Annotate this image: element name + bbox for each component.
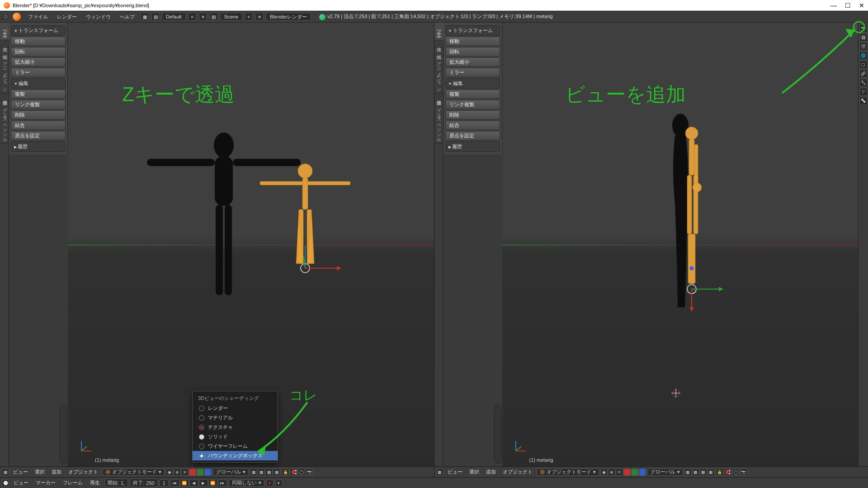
popup-item-rendered[interactable]: レンダー bbox=[193, 404, 278, 413]
scene-del-icon[interactable]: ✕ bbox=[255, 13, 264, 21]
scene-select[interactable]: Scene bbox=[220, 13, 242, 21]
render-preview-icon[interactable]: 📷 bbox=[306, 469, 313, 476]
tab-relations[interactable]: 関係 bbox=[434, 48, 443, 56]
layer-btn[interactable]: ▦ bbox=[258, 469, 265, 476]
split-corner-icon[interactable] bbox=[851, 23, 857, 30]
btn-mirror[interactable]: ミラー bbox=[11, 68, 66, 77]
btn-duplicate[interactable]: 複製 bbox=[445, 89, 500, 99]
lock-camera-icon[interactable]: 🔒 bbox=[282, 469, 289, 476]
prop-world-icon[interactable]: 🌐 bbox=[859, 52, 868, 60]
menu-help[interactable]: ヘルプ bbox=[116, 12, 138, 22]
prop-modifiers-icon[interactable]: 🔧 bbox=[859, 79, 868, 87]
screen-layout-select[interactable]: Default bbox=[162, 13, 186, 21]
btn-delete[interactable]: 削除 bbox=[11, 110, 66, 120]
axis-y-icon[interactable] bbox=[631, 469, 638, 476]
jump-start-icon[interactable]: ⏮ bbox=[170, 479, 179, 487]
tab-physics[interactable]: 物理演算 bbox=[434, 94, 443, 101]
btn-set-origin[interactable]: 原点を設定 bbox=[445, 131, 500, 141]
editor-type-timeline-icon[interactable]: 🕐 bbox=[2, 479, 9, 487]
tl-view[interactable]: ビュー bbox=[11, 479, 31, 487]
shading-icon[interactable]: ◉ bbox=[600, 469, 608, 476]
btn-join[interactable]: 結合 bbox=[445, 121, 500, 130]
frame-end[interactable]: 終了:250 bbox=[130, 479, 157, 487]
scrollbar[interactable] bbox=[60, 405, 67, 464]
mode-select[interactable]: 🞋オブジェクトモード▾ bbox=[102, 469, 165, 476]
menu-view[interactable]: ビュー bbox=[445, 468, 465, 476]
orientation-select[interactable]: グローバル▾ bbox=[213, 469, 249, 476]
panel-transform[interactable]: トランスフォーム bbox=[11, 25, 66, 36]
lock-camera-icon[interactable]: 🔒 bbox=[716, 469, 723, 476]
layout-del-icon[interactable]: ✕ bbox=[199, 13, 207, 21]
popup-item-bbox[interactable]: バウンディングボックス bbox=[193, 451, 278, 460]
prop-render-icon[interactable]: 📷 bbox=[859, 24, 868, 33]
prev-key-icon[interactable]: ⏪ bbox=[180, 479, 189, 487]
play-icon[interactable]: ▶ bbox=[199, 479, 208, 487]
tab-create[interactable]: 作成 bbox=[434, 40, 443, 48]
layer-btn[interactable]: ▦ bbox=[692, 469, 699, 476]
popup-item-texture[interactable]: テクスチャ bbox=[193, 422, 278, 432]
btn-duplicate[interactable]: 複製 bbox=[11, 89, 66, 99]
jump-end-icon[interactable]: ⏭ bbox=[218, 479, 227, 487]
btn-scale[interactable]: 拡大縮小 bbox=[445, 57, 500, 67]
frame-start[interactable]: 開始:1, bbox=[104, 479, 128, 487]
popup-item-wireframe[interactable]: ワイヤーフレーム bbox=[193, 441, 278, 451]
tab-relations[interactable]: 関係 bbox=[0, 48, 9, 56]
btn-set-origin[interactable]: 原点を設定 bbox=[11, 131, 66, 141]
scene-browse2-icon[interactable]: ▤ bbox=[210, 13, 218, 21]
mode-select[interactable]: 🞋オブジェクトモード▾ bbox=[537, 469, 599, 476]
tab-animation[interactable]: アニメーション bbox=[0, 56, 9, 94]
proportional-icon[interactable]: ◯ bbox=[298, 469, 305, 476]
prop-scene-icon[interactable]: 🎬 bbox=[859, 42, 868, 51]
layout-add-icon[interactable]: + bbox=[188, 13, 196, 21]
btn-delete[interactable]: 削除 bbox=[445, 110, 500, 120]
close-button[interactable]: ✕ bbox=[859, 2, 864, 9]
snap-icon[interactable]: 🧲 bbox=[290, 469, 297, 476]
menu-add[interactable]: 追加 bbox=[483, 468, 499, 476]
panel-edit[interactable]: 編集 bbox=[11, 78, 66, 89]
tab-tools[interactable]: ツール bbox=[0, 23, 9, 40]
prop-bone-icon[interactable]: 🦴 bbox=[859, 97, 868, 105]
minimize-button[interactable]: — bbox=[830, 2, 837, 9]
btn-dup-linked[interactable]: リンク複製 bbox=[11, 100, 66, 109]
render-preview-icon[interactable]: 📷 bbox=[740, 469, 747, 476]
maximize-button[interactable]: ☐ bbox=[845, 2, 851, 9]
prop-object-icon[interactable]: ▢ bbox=[859, 61, 868, 69]
play-rev-icon[interactable]: ◀ bbox=[189, 479, 198, 487]
scrollbar[interactable] bbox=[494, 405, 501, 464]
orientation-select[interactable]: グローバル▾ bbox=[647, 469, 683, 476]
popup-item-solid[interactable]: ソリッド bbox=[193, 432, 278, 441]
menu-window[interactable]: ウィンドウ bbox=[82, 12, 114, 22]
btn-rotate[interactable]: 回転 bbox=[445, 47, 500, 56]
panel-transform[interactable]: トランスフォーム bbox=[445, 25, 500, 36]
popup-item-material[interactable]: マテリアル bbox=[193, 413, 278, 422]
btn-move[interactable]: 移動 bbox=[11, 37, 66, 46]
editor-type-3d-icon[interactable]: ▦ bbox=[2, 469, 9, 476]
scene-browse-icon[interactable]: ▤ bbox=[151, 13, 160, 21]
layer-btn[interactable]: ▦ bbox=[250, 469, 257, 476]
scene-add-icon[interactable]: + bbox=[245, 13, 253, 21]
menu-select[interactable]: 選択 bbox=[467, 468, 482, 476]
prop-layers-icon[interactable]: 🖼 bbox=[859, 33, 868, 42]
tab-gpencil[interactable]: グリースペンシル bbox=[0, 101, 9, 144]
back-to-prev-icon[interactable]: ▦ bbox=[141, 13, 149, 21]
pivot-icon[interactable]: ⊕ bbox=[174, 469, 181, 476]
btn-scale[interactable]: 拡大縮小 bbox=[11, 57, 66, 67]
tab-gpencil[interactable]: グリースペンシル bbox=[434, 101, 443, 144]
tab-tools[interactable]: ツール bbox=[434, 23, 443, 40]
btn-mirror[interactable]: ミラー bbox=[445, 68, 500, 77]
menu-render[interactable]: レンダー bbox=[53, 12, 80, 22]
tab-animation[interactable]: アニメーション bbox=[434, 56, 443, 94]
axis-x-icon[interactable] bbox=[189, 469, 196, 476]
menu-select[interactable]: 選択 bbox=[32, 468, 47, 476]
btn-move[interactable]: 移動 bbox=[445, 37, 500, 46]
btn-dup-linked[interactable]: リンク複製 bbox=[445, 100, 500, 109]
axis-z-icon[interactable] bbox=[204, 469, 212, 476]
menu-add[interactable]: 追加 bbox=[49, 468, 64, 476]
layer-btn[interactable]: ▦ bbox=[684, 469, 692, 476]
btn-join[interactable]: 結合 bbox=[11, 121, 66, 130]
layer-btn[interactable]: ▦ bbox=[708, 469, 715, 476]
prop-data-icon[interactable]: ▽ bbox=[859, 88, 868, 96]
menu-view[interactable]: ビュー bbox=[10, 468, 31, 476]
tab-physics[interactable]: 物理演算 bbox=[0, 94, 9, 101]
axis-x-icon[interactable] bbox=[623, 469, 631, 476]
